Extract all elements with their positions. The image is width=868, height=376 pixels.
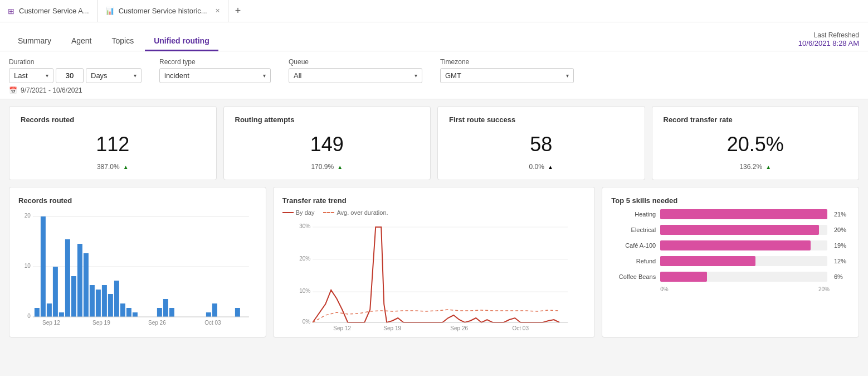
svg-text:20: 20 xyxy=(25,213,31,219)
svg-text:Sep 19: Sep 19 xyxy=(383,325,401,331)
browser-tab-2[interactable]: 📊 Customer Service historic... ✕ xyxy=(97,0,228,22)
kpi-transfer-rate-title: Record transfer rate xyxy=(664,115,848,124)
svg-rect-27 xyxy=(206,312,211,317)
arrow-up-icon: ▲ xyxy=(123,164,129,170)
close-icon[interactable]: ✕ xyxy=(215,7,220,15)
legend-by-day: By day xyxy=(282,209,315,216)
filters-bar: Duration Last ▾ Days ▾ Record type incid… xyxy=(0,51,868,99)
svg-rect-13 xyxy=(77,244,82,317)
tab-summary[interactable]: Summary xyxy=(9,32,60,51)
hbar-pct-electrical: 20% xyxy=(834,226,850,233)
duration-unit-select[interactable]: Days ▾ xyxy=(86,68,142,83)
kpi-first-route-title: First route success xyxy=(449,115,633,124)
kpi-first-route-value: 58 xyxy=(449,133,633,156)
queue-select[interactable]: All ▾ xyxy=(289,68,422,83)
svg-rect-16 xyxy=(96,290,101,317)
chevron-down-icon: ▾ xyxy=(566,73,569,79)
kpi-routing-attempts-delta: 170.9% ▲ xyxy=(235,163,420,171)
hbar-label-electrical: Electrical xyxy=(611,226,656,233)
svg-text:Oct 03: Oct 03 xyxy=(512,325,529,331)
chevron-down-icon: ▾ xyxy=(415,73,417,79)
hbar-fill-coffee xyxy=(660,272,707,282)
hbar-row-refund: Refund 12% xyxy=(611,256,850,266)
hbar-track-refund xyxy=(660,256,827,266)
hbar-track-heating xyxy=(660,209,827,219)
kpi-records-routed: Records routed 112 387.0% ▲ xyxy=(9,106,217,180)
duration-label: Duration xyxy=(9,58,142,66)
date-range: 📅 9/7/2021 - 10/6/2021 xyxy=(9,86,859,94)
svg-rect-10 xyxy=(59,312,64,317)
line-legend: By day Avg. over duration. xyxy=(282,209,586,216)
svg-text:0%: 0% xyxy=(303,319,311,325)
timezone-value: GMT xyxy=(445,71,461,80)
record-type-value: incident xyxy=(164,71,189,80)
svg-text:20%: 20% xyxy=(299,256,310,262)
last-refreshed-label: Last Refreshed xyxy=(798,31,859,39)
timezone-select[interactable]: GMT ▾ xyxy=(440,68,574,83)
kpi-transfer-rate-delta: 136.2% ▲ xyxy=(664,163,848,171)
duration-value-input[interactable] xyxy=(56,68,84,83)
kpi-section: Records routed 112 387.0% ▲ Routing atte… xyxy=(0,99,868,187)
hbar-chart: Heating 21% Electrical 20% Café A-100 19… xyxy=(611,209,850,282)
line-chart-title: Transfer rate trend xyxy=(282,196,586,205)
chart-icon: 📊 xyxy=(105,7,114,15)
legend-by-day-label: By day xyxy=(296,209,315,216)
calendar-icon: 📅 xyxy=(9,86,17,94)
svg-rect-19 xyxy=(114,281,119,317)
hbar-fill-cafe xyxy=(660,240,811,250)
kpi-record-transfer-rate: Record transfer rate 20.5% 136.2% ▲ xyxy=(652,106,860,180)
svg-text:Sep 12: Sep 12 xyxy=(42,320,60,326)
duration-type-select[interactable]: Last ▾ xyxy=(9,68,53,83)
solid-line-icon xyxy=(282,212,294,213)
hbar-track-electrical xyxy=(660,225,827,235)
tab-agent[interactable]: Agent xyxy=(62,32,101,51)
svg-text:10: 10 xyxy=(25,263,31,269)
nav-bar: Summary Agent Topics Unified routing Las… xyxy=(0,22,868,51)
grid-icon: ⊞ xyxy=(8,7,14,16)
svg-text:0: 0 xyxy=(27,313,31,319)
svg-rect-18 xyxy=(108,294,113,317)
tab2-label: Customer Service historic... xyxy=(119,7,207,15)
bar-chart-title: Records routed xyxy=(18,196,257,205)
record-type-select[interactable]: incident ▾ xyxy=(159,68,271,83)
kpi-records-routed-title: Records routed xyxy=(21,115,205,124)
queue-value: All xyxy=(294,71,301,80)
hbar-fill-heating xyxy=(660,209,827,219)
record-type-filter: Record type incident ▾ xyxy=(159,58,271,83)
chevron-down-icon: ▾ xyxy=(263,73,266,79)
tab-topics[interactable]: Topics xyxy=(103,32,143,51)
kpi-records-routed-value: 112 xyxy=(21,133,205,156)
hbar-label-coffee: Coffee Beans xyxy=(611,273,656,280)
hbar-row-coffee: Coffee Beans 6% xyxy=(611,272,850,282)
timezone-filter: Timezone GMT ▾ xyxy=(440,58,574,83)
record-type-label: Record type xyxy=(159,58,271,66)
timezone-label: Timezone xyxy=(440,58,574,66)
last-refreshed-panel: Last Refreshed 10/6/2021 8:28 AM xyxy=(798,31,859,51)
hbar-track-coffee xyxy=(660,272,827,282)
hbar-fill-refund xyxy=(660,256,755,266)
svg-rect-22 xyxy=(133,312,138,317)
svg-text:Sep 26: Sep 26 xyxy=(148,320,166,326)
hbar-label-heating: Heating xyxy=(611,211,656,218)
browser-tab-bar: ⊞ Customer Service A... 📊 Customer Servi… xyxy=(0,0,868,22)
svg-rect-24 xyxy=(157,308,162,317)
svg-rect-21 xyxy=(126,308,131,317)
svg-rect-6 xyxy=(35,308,40,317)
duration-controls: Last ▾ Days ▾ xyxy=(9,68,142,83)
tab-unified-routing[interactable]: Unified routing xyxy=(145,32,218,51)
hbar-pct-cafe: 19% xyxy=(834,242,850,249)
dashed-line xyxy=(313,310,559,322)
svg-rect-26 xyxy=(169,308,174,317)
kpi-routing-attempts-title: Routing attempts xyxy=(235,115,420,124)
add-tab-button[interactable]: + xyxy=(228,0,248,22)
kpi-routing-attempts-value: 149 xyxy=(235,133,420,156)
hbar-label-refund: Refund xyxy=(611,258,656,264)
kpi-first-route-success: First route success 58 0.0% ▲ xyxy=(437,106,645,180)
kpi-routing-attempts: Routing attempts 149 170.9% ▲ xyxy=(223,106,431,180)
hbar-axis-start: 0% xyxy=(660,286,668,292)
bar-chart-card: Records routed 20 10 0 xyxy=(9,187,266,338)
svg-rect-17 xyxy=(102,285,107,317)
browser-tab-1[interactable]: ⊞ Customer Service A... xyxy=(0,0,97,22)
chevron-down-icon: ▾ xyxy=(134,73,136,79)
dashed-line-icon xyxy=(323,212,334,213)
